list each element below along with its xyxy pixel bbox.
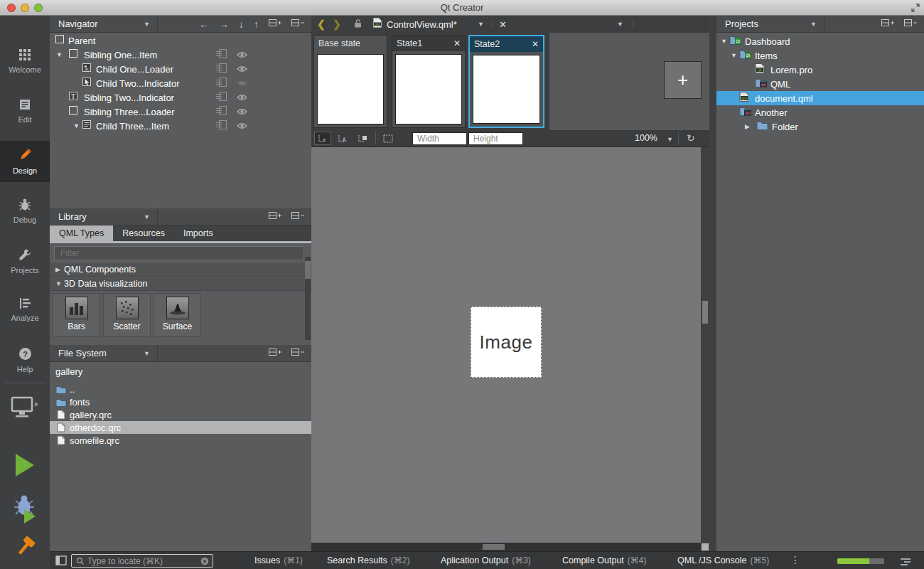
locator-input[interactable]	[87, 556, 200, 566]
project-row[interactable]: ▼ Qt Dashboard	[716, 34, 924, 48]
mode-edit[interactable]: Edit	[0, 91, 50, 132]
filesystem-row[interactable]: ..	[50, 383, 311, 395]
mode-welcome[interactable]: Welcome	[0, 41, 50, 83]
mode-debug[interactable]: Debug	[0, 191, 50, 232]
state-thumbnail[interactable]	[317, 54, 384, 124]
move-down-icon[interactable]: ↓	[239, 18, 244, 30]
canvas-vertical-scrollbar[interactable]	[701, 147, 709, 543]
filesystem-row[interactable]: fonts	[50, 395, 311, 408]
secondary-dropdown-icon[interactable]: ▼	[617, 21, 623, 28]
library-item-bars[interactable]: Bars	[53, 293, 100, 337]
project-item-label[interactable]: Lorem.pro	[770, 65, 812, 75]
move-left-icon[interactable]: ←	[199, 18, 209, 30]
visibility-eye-hidden-icon[interactable]	[237, 77, 247, 90]
filesystem-root-selector[interactable]: gallery	[50, 365, 311, 378]
mode-projects[interactable]: Projects	[0, 240, 50, 282]
pane-qml-js-console[interactable]: QML /JS Console (⌘5)	[677, 552, 769, 569]
canvas-horizontal-scrollbar[interactable]	[311, 543, 701, 551]
snapping-margins-button[interactable]	[354, 132, 371, 145]
no-snapping-button[interactable]: x	[314, 132, 331, 145]
show-bounding-rects-button[interactable]	[380, 132, 397, 145]
library-item-scatter[interactable]: Scatter	[103, 293, 151, 337]
navigator-item-label[interactable]: Parent	[68, 36, 95, 46]
section-3d-data-visualization[interactable]: ▼ 3D Data visualization	[50, 277, 311, 291]
locator-field[interactable]	[71, 554, 213, 568]
mode-analyze[interactable]: Analyze	[0, 290, 50, 331]
navigator-item-label[interactable]: Child Three...Item	[96, 121, 169, 132]
split-remove-icon[interactable]	[291, 18, 304, 29]
current-document-label[interactable]: ControlView.qml*	[387, 19, 457, 30]
visibility-eye-icon[interactable]	[237, 119, 247, 132]
split-add-icon[interactable]	[269, 348, 281, 358]
navigator-row[interactable]: Parent	[50, 33, 311, 48]
collapsed-arrow-icon[interactable]: ▶	[745, 123, 750, 130]
state-card-state2-selected[interactable]: State2 ✕	[468, 35, 544, 128]
split-add-icon[interactable]	[269, 211, 281, 222]
export-icon[interactable]	[216, 77, 227, 90]
navigator-row[interactable]: Child One...Loader	[50, 62, 311, 76]
resize-icon[interactable]	[910, 3, 920, 16]
filesystem-row-selected[interactable]: otherdoc.qrc	[50, 421, 311, 434]
build-button[interactable]	[11, 533, 38, 563]
export-icon[interactable]	[216, 105, 227, 118]
navigator-item-label[interactable]: Child Two...Indicator	[96, 78, 180, 89]
library-pane-selector[interactable]: Library ▼	[50, 208, 158, 225]
export-icon[interactable]	[216, 63, 227, 75]
project-item-label[interactable]: Items	[755, 50, 778, 61]
pane-issues[interactable]: Issues (⌘1)	[254, 552, 303, 569]
split-remove-icon[interactable]	[904, 18, 917, 29]
split-add-icon[interactable]	[881, 18, 894, 29]
export-icon[interactable]	[216, 119, 227, 132]
projects-pane-selector[interactable]: Projects ▼	[716, 16, 824, 32]
scrollbar-thumb[interactable]	[483, 544, 505, 550]
scrollbar-thumb[interactable]	[702, 301, 708, 324]
project-row[interactable]: qml Another	[716, 105, 924, 119]
scrollbar-thumb[interactable]	[305, 261, 311, 279]
pane-application-output[interactable]: Aplication Output (⌘3)	[441, 552, 531, 569]
add-state-button[interactable]: +	[664, 61, 702, 99]
navigator-row[interactable]: T Sibling Two...Indicator	[50, 90, 311, 105]
more-panes-icon[interactable]: ⋮	[790, 554, 800, 565]
library-filter-input[interactable]	[54, 246, 304, 260]
visibility-eye-icon[interactable]	[237, 91, 247, 104]
library-scrollbar[interactable]	[305, 257, 311, 340]
navigator-row[interactable]: Child Two...Indicator	[50, 76, 311, 90]
filesystem-row[interactable]: somefile.qrc	[50, 434, 311, 447]
navigator-row[interactable]: Sibling Three...Loader	[50, 105, 311, 119]
snapping-anchors-button[interactable]: Ā	[334, 132, 351, 145]
minimize-traffic-light[interactable]	[21, 4, 29, 12]
project-row[interactable]: ▶ Folder	[716, 119, 924, 134]
expand-arrow-icon[interactable]: ▼	[73, 122, 80, 129]
expand-arrow-icon[interactable]: ▼	[56, 51, 63, 58]
output-lines-icon[interactable]	[900, 556, 911, 569]
back-icon[interactable]: ❮	[317, 18, 326, 30]
remove-state-icon[interactable]: ✕	[453, 38, 461, 48]
height-input[interactable]	[468, 132, 523, 145]
split-remove-icon[interactable]	[291, 348, 304, 358]
toggle-sidebar-icon[interactable]	[55, 555, 67, 568]
expand-arrow-icon[interactable]: ▼	[721, 38, 727, 45]
tab-resources[interactable]: Resources	[113, 225, 174, 241]
expand-arrow-icon[interactable]: ▼	[731, 52, 737, 59]
move-right-icon[interactable]: →	[219, 18, 229, 30]
filesystem-pane-selector[interactable]: File System ▼	[50, 345, 158, 361]
split-add-icon[interactable]	[269, 18, 281, 29]
pane-compile-output[interactable]: Compile Output (⌘4)	[562, 552, 647, 569]
project-item-label[interactable]: Another	[755, 107, 788, 118]
navigator-item-label[interactable]: Sibling Two...Indicator	[84, 92, 174, 103]
navigator-row[interactable]: ▼ Sibling One...Item	[50, 48, 311, 62]
visibility-eye-icon[interactable]	[237, 63, 247, 75]
zoom-level-label[interactable]: 100%	[635, 133, 657, 143]
state-thumbnail[interactable]	[395, 54, 462, 124]
forward-icon[interactable]: ❯	[333, 18, 341, 30]
visibility-eye-icon[interactable]	[237, 48, 247, 61]
state-card-base[interactable]: Base state	[313, 35, 387, 128]
navigator-pane-selector[interactable]: Navigator ▼	[50, 16, 158, 32]
project-item-label[interactable]: Folder	[772, 122, 798, 132]
zoom-dropdown-icon[interactable]: ▼	[667, 136, 673, 143]
debug-run-button[interactable]	[10, 492, 41, 526]
mode-help[interactable]: ? Help	[0, 340, 50, 381]
tab-qml-types[interactable]: QML Types	[50, 225, 113, 241]
image-qml-item[interactable]: Image	[471, 307, 542, 378]
panel-splitter[interactable]	[709, 16, 716, 551]
